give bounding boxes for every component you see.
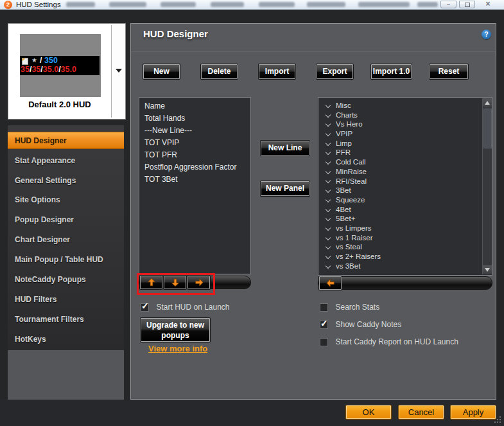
sidebar-item-notecaddy-popups[interactable]: NoteCaddy Popups (8, 271, 124, 288)
tree-scrollbar[interactable] (482, 98, 492, 274)
resize-grip[interactable] (494, 416, 502, 424)
hud-stat-strip: ★ / 350 35/35/35.0/35.0 (20, 56, 100, 75)
delete-button[interactable]: Delete (201, 64, 238, 79)
tree-item[interactable]: Charts (318, 111, 492, 120)
reset-button[interactable]: Reset (430, 64, 468, 79)
blurred-background-tab (358, 2, 410, 7)
triangle-up-icon (485, 101, 490, 105)
tree-item[interactable]: 3Bet (318, 186, 492, 195)
sidebar-item-stat-appearance[interactable]: Stat Appearance (8, 152, 124, 170)
move-left-button[interactable] (319, 276, 342, 290)
hud-preview-selector[interactable]: ★ / 350 35/35/35.0/35.0 Default 2.0 HUD (8, 23, 126, 120)
list-item[interactable]: ---New Line--- (139, 125, 250, 137)
ok-button[interactable]: OK (345, 405, 392, 420)
checkbox-start-hud-on-launch[interactable]: ✓ (141, 303, 149, 312)
tree-item[interactable]: Limp (318, 139, 492, 148)
blurred-background-tab (66, 2, 95, 7)
sidebar-item-general-settings[interactable]: General Settings (8, 172, 124, 190)
help-icon[interactable]: ? (482, 30, 491, 39)
list-item[interactable]: Total Hands (139, 112, 250, 125)
maximize-button[interactable] (459, 1, 475, 8)
app-logo-icon: 2 (4, 1, 12, 9)
new-line-button[interactable]: New Line (261, 141, 309, 155)
scroll-up-button[interactable] (483, 98, 492, 107)
chevron-down-icon (326, 235, 331, 240)
cancel-button[interactable]: Cancel (398, 405, 444, 420)
chevron-down-icon (326, 206, 331, 211)
sidebar-item-popup-designer[interactable]: Popup Designer (8, 211, 124, 229)
start-caddy-report-checkbox-row: Start Caddy Report on HUD Launch (320, 337, 458, 349)
blurred-background-tab (307, 2, 345, 7)
sidebar-item-chart-designer[interactable]: Chart Designer (8, 231, 124, 249)
new-panel-button[interactable]: New Panel (261, 181, 309, 196)
apply-button[interactable]: Apply (450, 405, 496, 420)
chevron-down-icon (326, 150, 331, 155)
tree-item[interactable]: 4Bet (318, 205, 492, 215)
list-item[interactable]: TOT VPIP (139, 137, 250, 149)
page-title: HUD Designer (143, 28, 208, 39)
hud-stat-list: Name Total Hands ---New Line--- TOT VPIP… (139, 97, 251, 274)
note-icon (22, 58, 28, 65)
tree-item[interactable]: RFI/Steal (318, 177, 492, 186)
blurred-background-tab (417, 2, 438, 7)
sidebar-item-site-options[interactable]: Site Options (8, 191, 124, 209)
hud-designer-panel: HUD Designer ? New Delete Import Export … (130, 23, 496, 400)
upgrade-popups-button[interactable]: Upgrade to new popups (141, 318, 210, 342)
sidebar-item-main-popup[interactable]: Main Popup / Table HUD (8, 251, 124, 269)
tree-item[interactable]: PFR (318, 148, 492, 157)
chevron-down-icon (326, 263, 331, 268)
tree-drag-bar[interactable] (318, 276, 492, 290)
list-item[interactable]: TOT 3Bet (139, 173, 250, 186)
chevron-down-icon (326, 244, 331, 249)
import-1-0-button[interactable]: Import 1.0 (371, 64, 412, 79)
header-divider (131, 51, 496, 52)
sidebar-item-hud-designer[interactable]: HUD Designer (8, 132, 124, 149)
tree-item[interactable]: vs 3Bet (318, 262, 492, 271)
star-icon: ★ (31, 57, 37, 64)
sidebar-item-hotkeys[interactable]: HotKeys (8, 331, 124, 348)
tree-item[interactable]: MinRaise (318, 167, 492, 177)
import-button[interactable]: Import (259, 64, 295, 79)
tree-item[interactable]: vs 2+ Raisers (318, 252, 492, 262)
checkbox-search-stats[interactable] (320, 303, 328, 312)
window-titlebar: 2 HUD Settings – × (0, 0, 504, 10)
export-button[interactable]: Export (317, 64, 353, 79)
tree-item[interactable]: VPIP (318, 129, 492, 139)
tree-item[interactable]: vs 1 Raiser (318, 233, 492, 243)
tree-item[interactable]: Squeeze (318, 195, 492, 205)
checkbox-show-caddy-notes[interactable]: ✓ (320, 321, 328, 329)
hud-stats-line: 35/35/35.0/35.0 (21, 65, 99, 74)
chevron-down-icon (326, 226, 331, 231)
blurred-background-tab (211, 2, 244, 7)
start-hud-checkbox-row: ✓ Start HUD on Launch (141, 303, 230, 314)
list-header: Name (139, 100, 250, 112)
chevron-down-icon (326, 216, 331, 221)
maximize-icon (465, 3, 470, 7)
scroll-down-button[interactable] (483, 265, 492, 274)
stat-category-tree: Misc Charts Vs Hero VPIP Limp PFR Cold C… (318, 97, 492, 276)
sidebar-item-tournament-filters[interactable]: Tournament Filters (8, 311, 124, 328)
annotation-highlight (137, 273, 215, 295)
tree-item[interactable]: vs Limpers (318, 224, 492, 233)
tree-item[interactable]: vs Steal (318, 242, 492, 252)
check-icon: ✓ (320, 318, 328, 328)
tree-item[interactable]: Vs Hero (318, 120, 492, 129)
minimize-button[interactable]: – (440, 1, 456, 8)
sidebar-item-hud-filters[interactable]: HUD Filters (8, 291, 124, 308)
chevron-down-icon (326, 112, 331, 117)
hud-settings-window: 2 HUD Settings – × ★ / 350 35/35/35.0/35… (0, 0, 504, 426)
check-icon: ✓ (141, 301, 149, 311)
view-more-info-link[interactable]: View more info (148, 344, 207, 353)
hud-selector-dropdown[interactable] (111, 25, 125, 118)
new-button[interactable]: New (143, 64, 180, 79)
tree-item[interactable]: Cold Call (318, 157, 492, 167)
list-item[interactable]: Postflop Aggression Factor (139, 161, 250, 173)
tree-item[interactable]: Misc (318, 101, 492, 111)
scrollbar-thumb[interactable] (483, 109, 492, 148)
tree-item[interactable]: 5Bet+ (318, 214, 492, 224)
blurred-background-tab (109, 2, 146, 7)
close-button[interactable]: × (479, 0, 497, 8)
checkbox-start-caddy-report[interactable] (320, 338, 328, 346)
triangle-down-icon (485, 268, 490, 272)
list-item[interactable]: TOT PFR (139, 149, 250, 161)
